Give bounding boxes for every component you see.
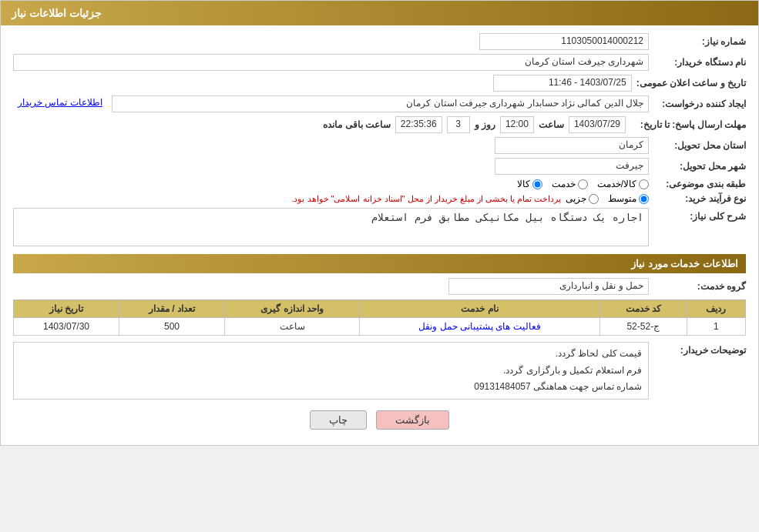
purchase-type-jozi-label: جزیی xyxy=(566,193,586,204)
col-header-row: ردیف xyxy=(687,300,745,318)
category-radio-group: کالا/خدمت خدمت کالا xyxy=(517,179,649,189)
contact-link[interactable]: اطلاعات تماس خریدار xyxy=(13,95,107,112)
purchase-type-motavaset: متوسط xyxy=(608,193,649,204)
need-description-row: شرح کلی نیاز: xyxy=(13,208,746,246)
response-remaining: 22:35:36 xyxy=(395,116,442,133)
response-remaining-label: ساعت باقی مانده xyxy=(323,119,391,130)
services-section-title: اطلاعات خدمات مورد نیاز xyxy=(13,254,746,273)
response-deadline-row: مهلت ارسال پاسخ: تا تاریخ: 1403/07/29 سا… xyxy=(13,116,746,133)
col-header-unit: واحد اندازه گیری xyxy=(224,300,359,318)
col-header-qty: تعداد / مقدار xyxy=(119,300,225,318)
buyer-notes-content: قیمت کلی لحاظ گردد.فرم استعلام تکمیل و ب… xyxy=(13,342,649,400)
province-row: استان محل تحویل: کرمان xyxy=(13,137,746,154)
response-date: 1403/07/29 xyxy=(569,116,626,133)
city-value: جیرفت xyxy=(495,158,649,175)
back-button[interactable]: بازگشت xyxy=(376,410,449,430)
response-time: 12:00 xyxy=(500,116,534,133)
cell-name[interactable]: فعالیت های پشتیبانی حمل ونقل xyxy=(360,318,600,336)
response-deadline-label: مهلت ارسال پاسخ: تا تاریخ: xyxy=(630,119,746,130)
need-number-value: 1103050014000212 xyxy=(479,33,649,50)
announcement-row: تاریخ و ساعت اعلان عمومی: 1403/07/25 - 1… xyxy=(13,75,746,92)
announcement-label: تاریخ و ساعت اعلان عمومی: xyxy=(636,78,746,89)
category-kala-label: کالا xyxy=(517,179,530,189)
service-group-value: حمل و نقل و انبارداری xyxy=(448,278,649,295)
category-khidmat-label: خدمت xyxy=(552,179,576,189)
province-label: استان محل تحویل: xyxy=(653,140,746,151)
col-header-code: کد خدمت xyxy=(599,300,687,318)
buyer-notes-label: توضیحات خریدار: xyxy=(653,345,746,356)
response-day-label: روز و xyxy=(475,119,495,130)
creator-row: ایجاد کننده درخواست: جلال الدین کمالی نژ… xyxy=(13,95,746,112)
category-row: طبقه بندی موضوعی: کالا/خدمت خدمت کالا xyxy=(13,179,746,189)
purchase-type-radio-motavaset[interactable] xyxy=(639,194,649,204)
category-radio-kala[interactable] xyxy=(532,179,542,189)
button-row: بازگشت چاپ xyxy=(13,410,746,430)
print-button[interactable]: چاپ xyxy=(310,410,367,430)
purchase-type-label: نوع فرآیند خرید: xyxy=(653,193,746,204)
buyer-note-line: شماره تماس جهت هماهنگی 09131484057 xyxy=(20,379,642,396)
category-radio-kala-khidmat[interactable] xyxy=(639,179,649,189)
buyer-note-line: فرم استعلام تکمیل و بارگزاری گردد. xyxy=(20,363,642,380)
service-group-label: گروه خدمت: xyxy=(653,281,746,292)
need-number-label: شماره نیاز: xyxy=(653,36,746,47)
buyer-notes-row: توضیحات خریدار: قیمت کلی لحاظ گردد.فرم ا… xyxy=(13,342,746,400)
category-label: طبقه بندی موضوعی: xyxy=(653,179,746,189)
col-header-date: تاریخ نیاز xyxy=(14,300,119,318)
need-description-textarea[interactable] xyxy=(13,208,649,246)
table-header-row: ردیف کد خدمت نام خدمت واحد اندازه گیری ت… xyxy=(14,300,746,318)
city-label: شهر محل تحویل: xyxy=(653,161,746,172)
col-header-name: نام خدمت xyxy=(360,300,600,318)
buyer-note-line: قیمت کلی لحاظ گردد. xyxy=(20,346,642,363)
category-radio-khidmat[interactable] xyxy=(578,179,588,189)
service-group-row: گروه خدمت: حمل و نقل و انبارداری xyxy=(13,278,746,295)
buyer-org-row: نام دستگاه خریدار: شهرداری جیرفت استان ک… xyxy=(13,54,746,71)
content-area: شماره نیاز: 1103050014000212 نام دستگاه … xyxy=(1,25,758,445)
cell-code: ج-52-52 xyxy=(599,318,687,336)
purchase-type-jozi: جزیی xyxy=(566,193,599,204)
buyer-org-value: شهرداری جیرفت استان کرمان xyxy=(13,54,649,71)
city-row: شهر محل تحویل: جیرفت xyxy=(13,158,746,175)
category-kala-khidmat-label: کالا/خدمت xyxy=(597,179,636,189)
cell-unit: ساعت xyxy=(224,318,359,336)
cell-qty: 500 xyxy=(119,318,225,336)
purchase-type-radio-group: متوسط جزیی xyxy=(566,193,649,204)
purchase-type-row: نوع فرآیند خرید: متوسط جزیی پرداخت تمام … xyxy=(13,193,746,204)
main-container: جزئیات اطلاعات نیاز شماره نیاز: 11030500… xyxy=(0,0,759,446)
cell-date: 1403/07/30 xyxy=(14,318,119,336)
page-title: جزئیات اطلاعات نیاز xyxy=(12,7,102,19)
buyer-org-label: نام دستگاه خریدار: xyxy=(653,57,746,68)
announcement-value: 1403/07/25 - 11:46 xyxy=(493,75,632,92)
need-number-row: شماره نیاز: 1103050014000212 xyxy=(13,33,746,50)
purchase-type-motavaset-label: متوسط xyxy=(608,193,636,204)
page-header: جزئیات اطلاعات نیاز xyxy=(1,1,758,25)
services-table: ردیف کد خدمت نام خدمت واحد اندازه گیری ت… xyxy=(13,299,746,336)
province-value: کرمان xyxy=(495,137,649,154)
category-kala-khidmat: کالا/خدمت xyxy=(597,179,649,189)
cell-row-num: 1 xyxy=(687,318,745,336)
table-row: 1 ج-52-52 فعالیت های پشتیبانی حمل ونقل س… xyxy=(14,318,746,336)
creator-label: ایجاد کننده درخواست: xyxy=(653,99,746,109)
purchase-type-note: پرداخت تمام یا بخشی از مبلغ خریدار از مح… xyxy=(291,194,561,204)
response-days: 3 xyxy=(447,116,470,133)
purchase-type-radio-jozi[interactable] xyxy=(589,194,599,204)
category-kala: کالا xyxy=(517,179,542,189)
creator-value: جلال الدین کمالی نژاد حسابدار شهرداری جی… xyxy=(112,95,649,112)
category-khidmat: خدمت xyxy=(552,179,588,189)
response-time-label: ساعت xyxy=(539,119,564,130)
need-description-label: شرح کلی نیاز: xyxy=(653,211,746,222)
